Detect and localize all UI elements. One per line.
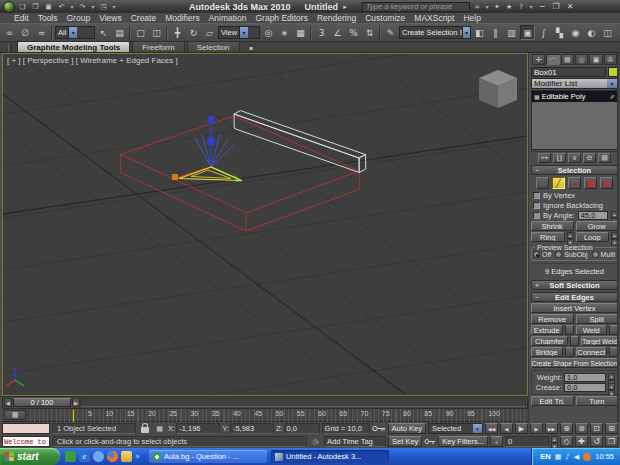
maxscript-macro-recorder-field[interactable] [2,423,50,434]
zoom-all-icon[interactable]: ⊛ [575,423,588,434]
project-folder-dropdown-icon[interactable]: ▾ [111,3,117,10]
weight-field[interactable]: 1,0 [564,373,606,382]
maximize-viewport-toggle-icon[interactable]: ❒ [605,436,618,447]
modifier-list-dropdown[interactable]: Modifier List ▾ [531,78,618,89]
application-menu-button[interactable] [3,1,15,13]
quick-launch-icon-1[interactable] [65,451,76,462]
by-vertex-checkbox[interactable] [533,192,540,199]
preview-subobj-radio[interactable]: SubObj [555,251,587,258]
reference-coordinate-system-dropdown[interactable]: View ▾ [218,26,260,39]
next-frame-icon[interactable]: ▶ [530,423,543,434]
show-end-result-icon[interactable]: ∐ [553,153,566,163]
viewport-canvas[interactable] [3,54,527,395]
extrude-settings-button[interactable] [565,325,574,335]
loop-button[interactable]: Loop [576,232,610,242]
viewcube[interactable] [479,70,517,108]
ring-button[interactable]: Ring [531,232,565,242]
add-time-tag-field[interactable]: Add Time Tag [324,436,386,447]
motion-tab-icon[interactable]: ◎ [575,54,588,65]
by-angle-field[interactable]: 45,0 [578,211,608,220]
select-by-name-icon[interactable]: ▤ [112,25,127,40]
menu-views[interactable]: Views [99,13,122,23]
modify-tab-icon[interactable]: ◠ [546,54,559,65]
firefox-icon[interactable] [107,451,118,462]
menu-edit[interactable]: Edit [14,13,29,23]
grow-button[interactable]: Grow [576,221,619,231]
gizmo-z-handle2[interactable] [208,138,215,145]
edge-subobject-icon[interactable]: ╱ [552,177,565,189]
target-weld-button[interactable]: Target Weld [581,336,618,346]
zoom-icon[interactable]: ⊕ [560,423,573,434]
display-tab-icon[interactable]: ▣ [589,54,602,65]
border-subobject-icon[interactable]: ▢ [568,177,581,189]
rendered-frame-window-icon[interactable]: ◫ [600,25,615,40]
stack-item-editable-poly[interactable]: ▦ Editable Poly ✐ [532,91,617,102]
split-button[interactable]: Split [576,314,619,324]
object-name-field[interactable]: Box01 [531,67,606,77]
go-to-end-icon[interactable]: ▶▶ [545,423,558,434]
modifier-list-arrow-icon[interactable]: ▾ [607,79,617,88]
select-object-icon[interactable]: ↖ [96,25,111,40]
transform-gizmo[interactable] [172,116,242,182]
selection-rollout-header[interactable]: − Selection [531,165,618,175]
window-crossing-toggle-icon[interactable]: ◫ [149,25,164,40]
render-production-icon[interactable]: ◕ [616,25,620,40]
close-window-icon[interactable]: ✕ [564,1,576,12]
time-slider-next-icon[interactable]: ▶ [72,398,80,407]
quick-launch-chevron-icon[interactable]: » [135,452,140,461]
clock[interactable]: 10:55 [595,452,614,461]
language-indicator[interactable]: EN [540,452,550,461]
connect-button[interactable]: Connect [576,347,608,357]
tab-freeform[interactable]: Freeform [132,41,184,52]
taskbar-window-aula[interactable]: Aula.bg - Question - ... [149,450,267,463]
tray-sound-icon[interactable]: ♪ [565,453,569,461]
set-key-button[interactable]: Set Key [388,436,422,447]
create-shape-from-selection-button[interactable]: Create Shape From Selection [531,358,618,368]
use-pivot-point-center-icon[interactable]: ◎ [261,25,276,40]
rectangular-selection-region-icon[interactable]: □ [133,25,148,40]
remove-modifier-icon[interactable]: ⊖ [583,153,596,163]
ignore-backfacing-checkbox[interactable] [533,202,540,209]
zoom-extents-icon[interactable]: ⊡ [590,423,603,434]
animate-selected-dropdown[interactable]: Selected ▾ [428,423,483,434]
shrink-button[interactable]: Shrink [531,221,574,231]
configure-modifier-sets-icon[interactable]: ▤ [598,153,611,163]
select-and-manipulate-icon[interactable]: ∗ [277,25,292,40]
make-unique-icon[interactable]: ∨ [568,153,581,163]
undo-dropdown-icon[interactable]: ▾ [69,3,75,10]
save-file-icon[interactable]: ▣ [43,1,54,12]
start-button[interactable]: start [0,448,60,465]
spinner-snap-icon[interactable]: ⇅ [362,25,377,40]
stack-item-pin-icon[interactable]: ✐ [610,93,615,100]
time-slider-prev-icon[interactable]: ◀ [4,398,12,407]
previous-frame-icon[interactable]: ◀ [500,423,513,434]
chamfer-settings-button[interactable] [570,336,579,346]
soft-selection-rollout-header[interactable]: + Soft Selection [531,280,618,290]
ring-spinner[interactable]: ▴▾ [567,232,574,241]
open-file-icon[interactable]: ❒ [30,1,41,12]
select-and-move-icon[interactable]: ╋ [170,25,185,40]
subscription-center-icon[interactable]: ✦ [492,1,502,12]
named-sets-arrow-icon[interactable]: ▾ [462,27,470,38]
remove-button[interactable]: Remove [531,314,574,324]
angle-snap-icon[interactable]: ∠ [330,25,345,40]
frame-spinner[interactable]: ▴▾ [551,436,558,447]
tray-hide-icon[interactable]: ◀ [574,453,579,461]
project-folder-icon[interactable]: ◳ [98,1,109,12]
select-and-link-icon[interactable]: ∞ [2,25,17,40]
by-angle-checkbox[interactable] [533,212,540,219]
play-animation-icon[interactable]: ▶ [515,423,528,434]
preview-multi-radio[interactable]: Multi [592,251,616,258]
gizmo-z-handle[interactable] [208,116,215,123]
minimize-window-icon[interactable]: − [536,1,548,12]
keyboard-shortcut-override-icon[interactable]: ▦ [293,25,308,40]
tab-graphite-modeling-tools[interactable]: Graphite Modeling Tools [17,41,130,52]
zoom-extents-all-icon[interactable]: ⊞ [605,423,618,434]
current-frame-marker[interactable] [72,409,75,422]
field-of-view-icon[interactable]: ◇ [560,436,573,447]
mini-curve-editor-icon[interactable]: ▦ [4,410,26,420]
hierarchy-tab-icon[interactable]: ▤ [561,54,574,65]
pin-stack-icon[interactable]: ⊶ [538,153,551,163]
auto-key-button[interactable]: Auto Key [388,423,426,434]
unlink-selection-icon[interactable]: ∅ [18,25,33,40]
